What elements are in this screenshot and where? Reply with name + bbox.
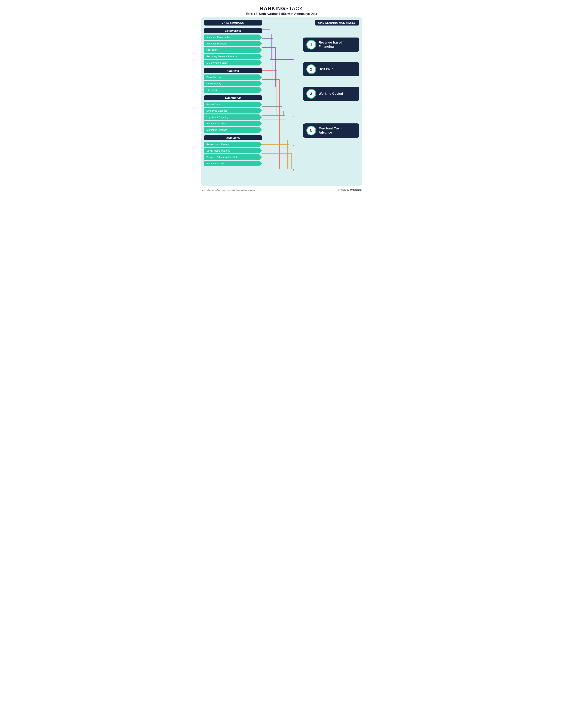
category-financial-label: Financial [204, 68, 262, 73]
operational-items: Payroll Data Employee Expense Logistics … [204, 102, 262, 133]
category-operational-label: Operational [204, 95, 262, 100]
use-case-n: N Merchant CashAdvance [303, 123, 359, 138]
item-accounts-payables: Accounts Payables [204, 41, 262, 46]
data-sources-title: DATA SOURCES [204, 20, 262, 26]
item-logistics-shipping: Logistics & Shipping [204, 114, 262, 120]
connector-svg [262, 20, 296, 183]
data-sources-panel: DATA SOURCES Commercial Accounts Receiva… [204, 20, 262, 183]
item-reviews-ratings: Reviews and Ratings [204, 142, 262, 147]
brand-title: BANKINGSTACK [201, 6, 362, 11]
use-case-3: 3 Working Capital [303, 87, 359, 101]
use-case-2-label: B2B BNPL [319, 67, 335, 71]
footer: Non-exhaustive data sources, for illustr… [201, 189, 362, 191]
item-social-media: Social Media Patterns [204, 148, 262, 153]
use-case-1-number: 1 [307, 40, 316, 50]
subtitle: Exhibit 3: Underwriting SMEs with Altern… [201, 12, 362, 16]
svg-marker-2 [293, 116, 294, 117]
category-operational: Operational Payroll Data Employee Expens… [204, 95, 262, 133]
category-commercial-label: Commercial [204, 28, 262, 33]
footer-credit-bold: WhiteSight [350, 189, 362, 191]
footer-credit-pre: Created by [338, 189, 350, 191]
use-case-2: 2 B2B BNPL [303, 62, 359, 76]
use-case-2-number: 2 [307, 64, 316, 74]
brand-regular: STACK [286, 6, 303, 11]
svg-marker-4 [293, 169, 294, 170]
item-tax-filing: Tax Filing [204, 87, 262, 93]
category-financial: Financial Bank Account Credit History Ta… [204, 68, 262, 93]
item-accounts-receivables: Accounts Receivables [204, 35, 262, 40]
item-payroll-data: Payroll Data [204, 102, 262, 107]
item-business-admin: Business Administration Data [204, 154, 262, 160]
item-business-assets: Business Assets [204, 161, 262, 166]
diagram-wrapper: DATA SOURCES Commercial Accounts Receiva… [201, 17, 362, 186]
svg-marker-1 [293, 86, 294, 88]
category-commercial: Commercial Accounts Receivables Accounts… [204, 28, 262, 65]
use-case-1-wrapper: 1 Revenue-basedFinancing [296, 38, 359, 62]
use-cases-title: SME LENDING USE CASES [315, 20, 359, 26]
commercial-items: Accounts Receivables Accounts Payables P… [204, 35, 262, 65]
svg-marker-3 [293, 145, 294, 146]
use-case-n-number: N [307, 126, 316, 135]
footer-note: Non-exhaustive data sources, for illustr… [202, 189, 256, 191]
footer-credit: Created by WhiteSight [338, 189, 362, 191]
subtitle-bold: Underwriting SMEs with Alternative Data [259, 12, 317, 15]
separator-1 [335, 52, 335, 62]
category-behavioral: Behavioral Reviews and Ratings Social Me… [204, 135, 262, 166]
use-case-n-wrapper: N Merchant CashAdvance [296, 123, 359, 138]
item-employee-expense: Employee Expense [204, 108, 262, 113]
use-case-3-number: 3 [307, 89, 316, 99]
use-cases-panel: SME LENDING USE CASES 1 Revenue-basedFin… [296, 20, 359, 183]
item-ecommerce-sales: E-Commerce Sales [204, 60, 262, 65]
connector-area [262, 20, 296, 183]
brand-bold: BANKING [260, 6, 285, 11]
item-business-accounts: Business Accounts [204, 121, 262, 126]
use-case-2-wrapper: 2 B2B BNPL [296, 62, 359, 87]
item-bank-account: Bank Account [204, 74, 262, 80]
separator-3 [335, 101, 335, 123]
category-behavioral-label: Behavioral [204, 135, 262, 140]
svg-marker-0 [293, 59, 294, 60]
header: BANKINGSTACK Exhibit 3: Underwriting SME… [201, 6, 362, 16]
item-recurring-revenue: Recurring Revenue Patterns [204, 54, 262, 59]
behavioral-items: Reviews and Ratings Social Media Pattern… [204, 142, 262, 166]
use-case-3-wrapper: 3 Working Capital [296, 87, 359, 123]
item-credit-history: Credit History [204, 81, 262, 86]
use-cases-list: 1 Revenue-basedFinancing 2 B2B BNPL [296, 31, 359, 138]
page: BANKINGSTACK Exhibit 3: Underwriting SME… [197, 0, 366, 195]
use-case-1-label: Revenue-basedFinancing [319, 41, 343, 49]
use-cases-header-row: SME LENDING USE CASES [296, 20, 359, 28]
svg-marker-5 [293, 170, 294, 171]
subtitle-pre: Exhibit 3: [246, 12, 259, 15]
use-case-1: 1 Revenue-basedFinancing [303, 38, 359, 52]
item-marketing-expense: Marketing Expense [204, 127, 262, 133]
separator-2 [335, 76, 335, 87]
financial-items: Bank Account Credit History Tax Filing [204, 74, 262, 93]
use-case-n-label: Merchant CashAdvance [319, 126, 342, 135]
use-case-3-label: Working Capital [319, 92, 343, 96]
item-pos-sales: POS Sales [204, 47, 262, 53]
